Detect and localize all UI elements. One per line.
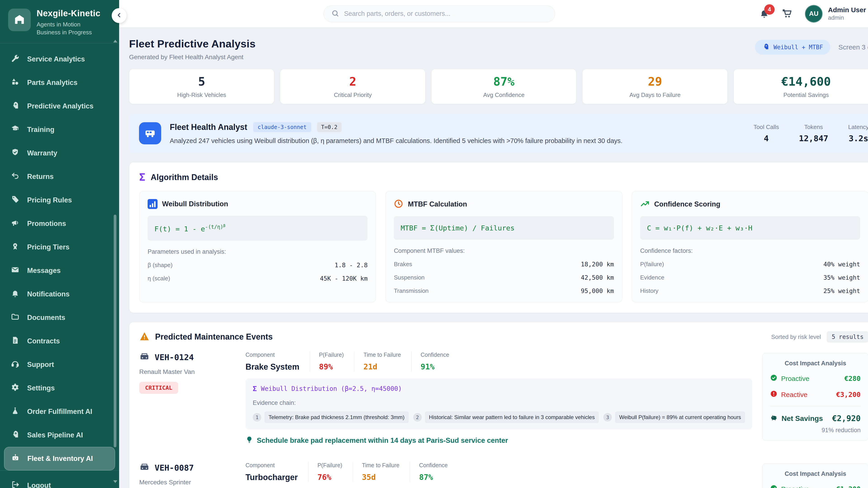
agent-description: Analyzed 247 vehicles using Weibull dist…	[170, 137, 622, 144]
logout-button[interactable]: Logout	[0, 477, 119, 488]
subcard-title: Weibull Distribution	[162, 200, 228, 208]
sidebar-scrollbar[interactable]	[114, 43, 116, 480]
event-vehicle-info: VEH-0124 Renault Master Van CRITICAL	[139, 352, 236, 445]
sidebar-item-parts-analytics[interactable]: Parts Analytics	[0, 71, 119, 94]
algorithm-badge: Weibull + MTBF	[755, 40, 830, 55]
search-bar[interactable]	[323, 5, 555, 22]
bell-icon	[11, 289, 20, 299]
megaphone-icon	[11, 219, 20, 229]
sidebar-scroll-thumb[interactable]	[114, 215, 116, 447]
sidebar-collapse-button[interactable]	[112, 8, 127, 23]
shapes-icon	[11, 77, 20, 88]
search-input[interactable]	[344, 10, 547, 18]
metric-component: Component Brake System	[246, 352, 310, 372]
avatar: AU	[805, 5, 823, 23]
cost-row-net-savings: Net Savings €2,920	[770, 414, 861, 423]
sidebar-item-contracts[interactable]: Contracts	[0, 329, 119, 353]
kpi-value: 2	[349, 75, 356, 88]
sidebar-item-sales-pipeline-ai[interactable]: Sales Pipeline AI	[0, 423, 119, 447]
metric-p-failure: P(Failure) 89%	[310, 352, 354, 372]
algorithm-badge-label: Weibull + MTBF	[774, 44, 823, 51]
sidebar-item-predictive-analytics[interactable]: Predictive Analytics	[0, 94, 119, 118]
stat-label: Tool Calls	[754, 124, 779, 131]
event-row-veh-0124[interactable]: VEH-0124 Renault Master Van CRITICAL Com…	[139, 352, 868, 445]
recommendation-text: Schedule brake pad replacement within 14…	[257, 436, 508, 445]
sidebar-item-label: Predictive Analytics	[27, 102, 94, 110]
event-vehicle-info: VEH-0087 Mercedes Sprinter HIGH	[139, 462, 236, 488]
sidebar-item-notifications[interactable]: Notifications	[0, 283, 119, 306]
stat-value: 3.2s	[848, 134, 868, 143]
predicted-maintenance-events-section: Predicted Maintenance Events Sorted by r…	[129, 322, 868, 488]
lightbulb-icon	[246, 436, 253, 445]
agent-banner: Fleet Health Analyst claude-3-sonnet T=0…	[129, 113, 868, 153]
stat-label: Latency	[848, 124, 868, 131]
evidence-chips: 1 Telemetry: Brake pad thickness 2.1mm (…	[253, 412, 745, 423]
notifications-button[interactable]: 4	[759, 8, 769, 19]
param-row: Evidence 35% weight	[640, 274, 860, 281]
kpi-label: Avg Days to Failure	[629, 92, 680, 98]
page-content: Fleet Predictive Analysis Generated by F…	[119, 28, 868, 488]
sidebar-item-order-fulfillment-ai[interactable]: Order Fulfillment AI	[0, 400, 119, 423]
sidebar-item-documents[interactable]: Documents	[0, 306, 119, 329]
vehicle-id: VEH-0087	[155, 463, 194, 473]
cost-row-proactive: Proactive €1,200	[770, 485, 861, 488]
folder-icon	[11, 313, 20, 323]
brain-head-icon	[11, 101, 20, 111]
metric-component: Component Turbocharger	[246, 462, 308, 482]
sidebar-item-pricing-rules[interactable]: Pricing Rules	[0, 188, 119, 212]
kpi-avg-days-to-failure: 29 Avg Days to Failure	[582, 69, 727, 104]
sidebar-item-warranty[interactable]: Warranty	[0, 141, 119, 165]
car-icon	[139, 352, 150, 363]
headset-icon	[11, 359, 20, 370]
sigma-icon: Σ	[139, 171, 145, 183]
sidebar-item-fleet-inventory-ai[interactable]: Fleet & Inventory AI	[4, 447, 115, 470]
weibull-formula: F(t) = 1 - e-(t/η)β	[148, 216, 368, 240]
stat-label: Tokens	[799, 124, 828, 131]
robot-icon	[11, 453, 20, 464]
user-menu[interactable]: AU Admin User admin	[805, 5, 868, 23]
flask-icon	[11, 406, 20, 417]
sidebar-item-promotions[interactable]: Promotions	[0, 212, 119, 235]
sidebar-item-support[interactable]: Support	[0, 353, 119, 377]
tag-icon	[11, 195, 20, 205]
event-metrics: Component Turbocharger P(Failure) 76% Ti…	[246, 462, 752, 482]
sidebar-item-messages[interactable]: Messages	[0, 259, 119, 283]
sidebar-item-label: Training	[27, 126, 55, 134]
confidence-formula: C = w₁·P(f) + w₂·E + w₃·H	[640, 216, 860, 240]
vehicle-name: Renault Master Van	[139, 368, 236, 376]
sorted-by-label: Sorted by risk level	[771, 333, 821, 340]
model-evidence-box: Σ Weibull Distribution (β=2.5, η=45000) …	[246, 379, 752, 429]
scroll-down-arrow[interactable]	[113, 480, 117, 483]
sidebar-item-label: Settings	[27, 384, 55, 392]
sidebar-item-label: Sales Pipeline AI	[27, 431, 83, 439]
graduation-cap-icon	[11, 125, 20, 135]
param-row: Suspension 42,500 km	[394, 274, 614, 281]
event-row-veh-0087[interactable]: VEH-0087 Mercedes Sprinter HIGH Componen…	[139, 462, 868, 488]
logout-label: Logout	[27, 482, 51, 488]
bar-chart-icon	[148, 199, 158, 209]
app-tagline: Agents in Motion Business in Progress	[37, 21, 102, 36]
sidebar-item-label: Documents	[27, 314, 65, 322]
kpi-value: 29	[648, 75, 662, 88]
cost-impact-panel: Cost Impact Analysis Proactive €280 Reac…	[762, 353, 868, 441]
sidebar-item-pricing-tiers[interactable]: Pricing Tiers	[0, 235, 119, 259]
cart-button[interactable]	[782, 8, 792, 20]
cart-icon	[782, 15, 792, 19]
sidebar-item-service-analytics[interactable]: Service Analytics	[0, 47, 119, 71]
sidebar-item-label: Support	[27, 361, 54, 369]
divider	[770, 406, 861, 406]
sigma-icon: Σ	[253, 385, 257, 393]
gear-icon	[11, 383, 20, 393]
algorithm-details-section: Σ Algorithm Details Weibull Distribution…	[129, 162, 868, 313]
param-row: History 25% weight	[640, 287, 860, 294]
sidebar-item-settings[interactable]: Settings	[0, 377, 119, 400]
award-ribbon-icon	[11, 242, 20, 252]
scroll-up-arrow[interactable]	[113, 40, 117, 42]
check-circle-icon	[770, 374, 777, 383]
cost-panel-title: Cost Impact Analysis	[770, 360, 861, 367]
stat-value: 4	[754, 134, 779, 143]
sidebar-item-training[interactable]: Training	[0, 118, 119, 141]
reduction-note: 91% reduction	[770, 427, 861, 434]
sidebar-item-returns[interactable]: Returns	[0, 165, 119, 188]
app-root: Nexgile-Kinetic Agents in Motion Busines…	[0, 0, 868, 488]
